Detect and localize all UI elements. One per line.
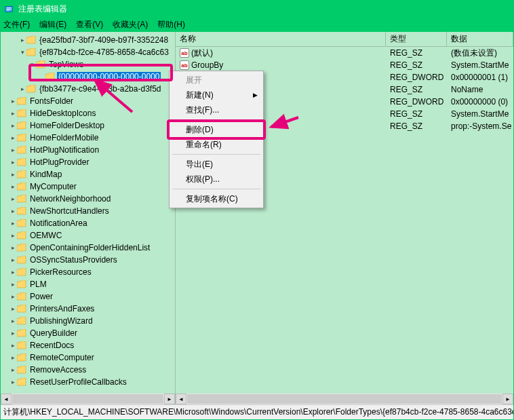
expander-icon[interactable]: ▸	[9, 195, 17, 202]
ctx-find[interactable]: 查找(F)...	[171, 102, 262, 117]
col-type[interactable]: 类型	[386, 32, 447, 46]
ctx-copy-key-name[interactable]: 复制项名称(C)	[171, 191, 262, 206]
tree-hscrollbar[interactable]: ◄ ►	[1, 394, 175, 404]
folder-icon	[17, 231, 26, 240]
tree-item-label: RemoveAccess	[28, 365, 87, 375]
expander-icon[interactable]: ▸	[9, 122, 17, 129]
expander-icon[interactable]: ▸	[9, 305, 17, 312]
expander-icon[interactable]: ▸	[9, 98, 17, 104]
tree-item[interactable]: ▸PickerResources	[1, 266, 175, 278]
ctx-delete[interactable]: 删除(D)	[171, 122, 262, 137]
tree-item[interactable]: ▸HomeFolderMobile	[1, 132, 175, 144]
folder-icon	[45, 73, 55, 81]
expander-icon[interactable]: ▸	[9, 269, 17, 275]
expander-icon[interactable]: ▸	[9, 171, 17, 178]
status-path: 计算机\HKEY_LOCAL_MACHINE\SOFTWARE\Microsof…	[3, 406, 513, 418]
tree-item[interactable]: ▸PublishingWizard	[1, 315, 175, 327]
ctx-expand[interactable]: 展开	[171, 73, 262, 88]
value-data: 0x00000000 (0)	[447, 97, 513, 107]
expander-icon[interactable]: ▸	[9, 318, 17, 324]
tree-item[interactable]: ▸KindMap	[1, 168, 175, 180]
expander-icon[interactable]: ▸	[9, 281, 17, 288]
tree-item[interactable]: {00000000-0000-0000-0000	[1, 71, 175, 83]
tree-item[interactable]: ▸PrintersAndFaxes	[1, 303, 175, 315]
expander-icon[interactable]: ▸	[9, 256, 17, 263]
tree-item[interactable]: ▸NetworkNeighborhood	[1, 193, 175, 205]
tree-item[interactable]: ▸HomeFolderDesktop	[1, 119, 175, 132]
tree-item[interactable]: ▸RemoteComputer	[1, 351, 175, 364]
scroll-left-icon[interactable]: ◄	[1, 394, 12, 404]
expander-icon[interactable]: ▸	[9, 330, 17, 337]
menu-favorites[interactable]: 收藏夹(A)	[113, 19, 148, 31]
value-data: System.StartMe	[447, 60, 513, 70]
folder-icon	[17, 305, 26, 313]
expander-icon[interactable]: ▾	[18, 49, 26, 56]
list-hscrollbar[interactable]: ◄ ►	[176, 394, 513, 404]
tree-item[interactable]: ▸{fbb3477e-c9e4-4b3b-a2ba-d3f5d	[1, 83, 175, 95]
tree-item[interactable]: ▸OEMWC	[1, 229, 175, 242]
tree-item[interactable]: ▸RecentDocs	[1, 339, 175, 351]
expander-icon[interactable]: ▸	[9, 293, 17, 300]
tree-item-label: {00000000-0000-0000-0000	[57, 72, 161, 81]
expander-icon[interactable]: ▸	[18, 85, 26, 92]
expander-icon[interactable]: ▸	[9, 220, 17, 227]
value-row[interactable]: abGroupByREG_SZSystem.StartMe	[176, 59, 513, 71]
expander-icon[interactable]: ▸	[9, 342, 17, 349]
ctx-permissions[interactable]: 权限(P)...	[171, 172, 262, 187]
scroll-thumb[interactable]	[187, 394, 502, 404]
svg-rect-1	[7, 7, 12, 8]
tree-item[interactable]: ▸Power	[1, 290, 175, 303]
expander-icon[interactable]: ▸	[9, 147, 17, 153]
tree-pane[interactable]: ▸{ea25fbd7-3bf7-409e-b97f-3352248▾{ef87b…	[1, 32, 176, 404]
expander-icon[interactable]: ▸	[9, 232, 17, 239]
tree-item[interactable]: ▸FontsFolder	[1, 95, 175, 107]
tree-item[interactable]: ▸HideDesktopIcons	[1, 107, 175, 119]
tree-item[interactable]: ▸MyComputer	[1, 180, 175, 193]
ctx-new[interactable]: 新建(N)▶	[171, 88, 262, 102]
menu-view[interactable]: 查看(V)	[76, 19, 103, 31]
expander-icon[interactable]: ▸	[9, 110, 17, 117]
scroll-right-icon[interactable]: ►	[164, 394, 175, 404]
scroll-thumb[interactable]	[12, 394, 163, 404]
ctx-export[interactable]: 导出(E)	[171, 157, 262, 172]
tree-item[interactable]: ▸NotificationArea	[1, 217, 175, 229]
menu-help[interactable]: 帮助(H)	[157, 19, 185, 31]
expander-icon[interactable]: ▸	[9, 366, 17, 373]
expander-icon[interactable]: ▸	[9, 183, 17, 190]
tree-item[interactable]: ▸RemoveAccess	[1, 364, 175, 376]
svg-rect-2	[7, 9, 12, 9]
tree-item[interactable]: ▸QueryBuilder	[1, 327, 175, 339]
tree-item-label: PLM	[28, 280, 48, 289]
tree-item[interactable]: ▸{ea25fbd7-3bf7-409e-b97f-3352248	[1, 34, 175, 46]
tree-item[interactable]: ▾TopViews	[1, 58, 175, 71]
tree-item[interactable]: ▸ResetUserProfileCallbacks	[1, 376, 175, 388]
expander-icon[interactable]: ▸	[9, 379, 17, 385]
value-row[interactable]: ab(默认)REG_SZ(数值未设置)	[176, 47, 513, 59]
menu-edit[interactable]: 编辑(E)	[39, 19, 66, 31]
folder-icon	[17, 146, 26, 154]
col-name[interactable]: 名称	[176, 32, 386, 46]
col-data[interactable]: 数据	[447, 32, 513, 46]
tree-item[interactable]: ▸OpenContainingFolderHiddenList	[1, 242, 175, 254]
expander-icon[interactable]: ▸	[9, 134, 17, 141]
expander-icon[interactable]: ▸	[9, 244, 17, 251]
tree-item-label: TopViews	[47, 60, 85, 69]
folder-icon	[17, 170, 26, 178]
list-header: 名称 类型 数据	[176, 32, 513, 47]
tree-item[interactable]: ▸NewShortcutHandlers	[1, 205, 175, 217]
scroll-left-icon[interactable]: ◄	[176, 394, 186, 404]
tree-item[interactable]: ▸OSSyncStatusProviders	[1, 254, 175, 266]
tree-item[interactable]: ▾{ef87b4cb-f2ce-4785-8658-4ca6c63	[1, 46, 175, 58]
expander-icon[interactable]: ▸	[9, 208, 17, 214]
titlebar[interactable]: 注册表编辑器	[1, 1, 513, 17]
expander-icon[interactable]: ▸	[9, 159, 17, 166]
tree-item[interactable]: ▸HotPlugProvider	[1, 156, 175, 168]
ctx-rename[interactable]: 重命名(R)	[171, 137, 262, 152]
menu-file[interactable]: 文件(F)	[3, 19, 30, 31]
expander-icon[interactable]: ▸	[18, 37, 26, 43]
expander-icon[interactable]: ▾	[28, 61, 36, 68]
expander-icon[interactable]: ▸	[9, 354, 17, 361]
scroll-right-icon[interactable]: ►	[502, 394, 513, 404]
tree-item[interactable]: ▸PLM	[1, 278, 175, 290]
tree-item[interactable]: ▸HotPlugNotification	[1, 144, 175, 156]
